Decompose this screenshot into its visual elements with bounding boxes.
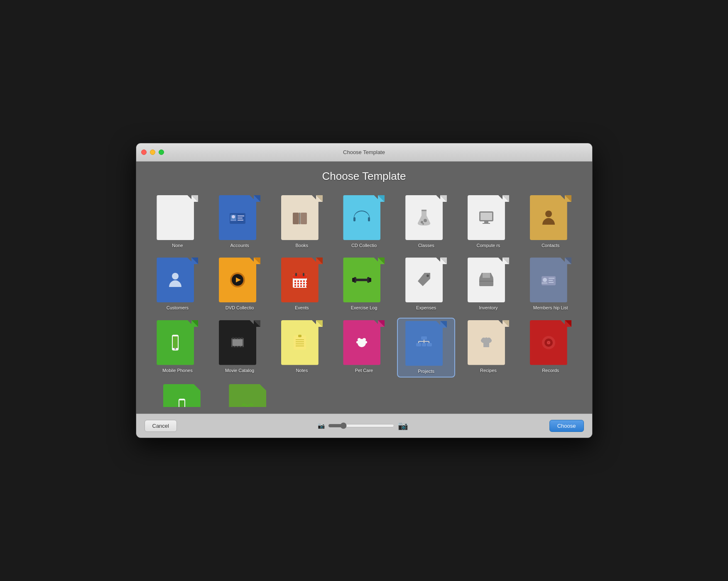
svg-rect-53 xyxy=(294,283,296,284)
svg-rect-62 xyxy=(306,285,308,287)
svg-rect-44 xyxy=(293,275,307,279)
svg-rect-65 xyxy=(355,279,369,281)
template-label-dvd-collection: DVD Collectio xyxy=(226,305,254,311)
svg-rect-98 xyxy=(238,337,240,339)
template-label-cd-collection: CD Collectio xyxy=(351,243,377,248)
svg-point-22 xyxy=(422,223,424,225)
svg-rect-120 xyxy=(421,336,427,340)
template-mobile-phones[interactable]: Mobile Phones xyxy=(149,318,207,378)
template-label-pet-care: Pet Care xyxy=(355,368,373,373)
template-expenses[interactable]: Expenses xyxy=(397,255,455,313)
template-projects[interactable]: Projects xyxy=(397,318,455,378)
template-cd-collection[interactable]: CD Collectio xyxy=(335,193,393,251)
svg-rect-102 xyxy=(233,339,243,346)
svg-rect-100 xyxy=(241,337,243,339)
template-label-membership-list: Members hip List xyxy=(533,305,568,311)
close-button[interactable] xyxy=(141,150,147,155)
size-slider-container: 📷 📷 xyxy=(318,421,408,431)
svg-rect-69 xyxy=(369,278,371,282)
svg-rect-84 xyxy=(549,280,553,281)
template-classes[interactable]: Classes xyxy=(397,193,455,251)
svg-rect-56 xyxy=(303,283,305,284)
svg-rect-46 xyxy=(303,273,304,276)
template-pet-care[interactable]: Pet Care xyxy=(335,318,393,378)
svg-rect-52 xyxy=(306,280,308,282)
template-label-exercise-log: Exercise Log xyxy=(351,305,377,311)
template-partial2[interactable] xyxy=(217,382,279,409)
svg-point-4 xyxy=(232,215,235,218)
svg-point-72 xyxy=(427,275,429,277)
template-contacts[interactable]: Contacts xyxy=(522,193,580,251)
svg-point-114 xyxy=(358,338,361,341)
template-label-none: None xyxy=(172,243,183,248)
template-label-customers: Customers xyxy=(167,305,189,311)
svg-rect-17 xyxy=(368,217,370,221)
minimize-button[interactable] xyxy=(150,150,155,155)
svg-point-115 xyxy=(363,338,366,341)
main-window: Choose Template Choose Template NoneAcco… xyxy=(136,143,593,438)
template-label-notes: Notes xyxy=(296,368,308,373)
svg-rect-110 xyxy=(298,335,301,337)
svg-rect-29 xyxy=(483,223,490,224)
svg-point-35 xyxy=(172,273,179,279)
svg-rect-141 xyxy=(179,400,184,407)
partial-templates-row xyxy=(149,382,580,414)
icon-size-slider[interactable] xyxy=(328,422,395,429)
template-notes[interactable]: Notes xyxy=(273,318,331,378)
template-label-recipes: Recipes xyxy=(480,368,497,373)
svg-rect-45 xyxy=(295,273,297,276)
titlebar: Choose Template xyxy=(136,143,592,162)
svg-rect-23 xyxy=(422,210,427,211)
svg-point-20 xyxy=(421,221,423,223)
template-inventory[interactable]: Inventory xyxy=(459,255,517,313)
svg-rect-121 xyxy=(416,343,421,346)
bottom-bar: Cancel 📷 📷 Choose xyxy=(136,414,592,438)
svg-rect-105 xyxy=(294,336,306,350)
svg-rect-5 xyxy=(230,220,236,221)
svg-rect-57 xyxy=(306,283,308,284)
template-dvd-collection[interactable]: DVD Collectio xyxy=(211,255,269,313)
choose-button[interactable]: Choose xyxy=(549,420,584,432)
template-customers[interactable]: Customers xyxy=(149,255,207,313)
content-area: Choose Template NoneAccountsBooksCD Coll… xyxy=(136,162,592,414)
svg-rect-6 xyxy=(238,216,244,216)
svg-rect-48 xyxy=(294,280,296,282)
svg-rect-122 xyxy=(422,343,426,346)
svg-rect-49 xyxy=(297,280,299,282)
template-label-computers: Compute rs xyxy=(476,243,500,248)
svg-rect-51 xyxy=(303,280,305,282)
template-books[interactable]: Books xyxy=(273,193,331,251)
template-recipes[interactable]: Recipes xyxy=(459,318,517,378)
svg-rect-55 xyxy=(300,283,302,284)
svg-rect-16 xyxy=(353,217,355,221)
template-accounts[interactable]: Accounts xyxy=(211,193,269,251)
svg-rect-12 xyxy=(301,213,307,224)
template-events[interactable]: Events xyxy=(273,255,331,313)
traffic-lights xyxy=(141,150,164,155)
template-movie-catalog[interactable]: Movie Catalog xyxy=(211,318,269,378)
template-label-records: Records xyxy=(542,368,559,373)
svg-rect-54 xyxy=(297,283,299,284)
template-exercise-log[interactable]: Exercise Log xyxy=(335,255,393,313)
template-label-classes: Classes xyxy=(418,243,434,248)
icon-size-small-icon: 📷 xyxy=(318,422,325,429)
template-records[interactable]: Records xyxy=(522,318,580,378)
svg-point-81 xyxy=(543,278,547,282)
template-computers[interactable]: Compute rs xyxy=(459,193,517,251)
svg-point-117 xyxy=(365,341,367,343)
svg-rect-28 xyxy=(484,221,488,223)
template-membership-list[interactable]: Members hip List xyxy=(522,255,580,313)
svg-rect-59 xyxy=(297,285,299,287)
svg-rect-50 xyxy=(300,280,302,282)
svg-rect-61 xyxy=(303,285,305,287)
maximize-button[interactable] xyxy=(159,150,164,155)
svg-rect-123 xyxy=(427,343,432,346)
svg-rect-82 xyxy=(542,282,547,284)
svg-point-90 xyxy=(174,348,176,350)
svg-rect-58 xyxy=(294,285,296,287)
template-none[interactable]: None xyxy=(149,193,207,251)
cancel-button[interactable]: Cancel xyxy=(145,420,177,432)
template-label-accounts: Accounts xyxy=(230,243,249,248)
template-label-inventory: Inventory xyxy=(479,305,498,311)
template-partial1[interactable] xyxy=(151,382,213,409)
